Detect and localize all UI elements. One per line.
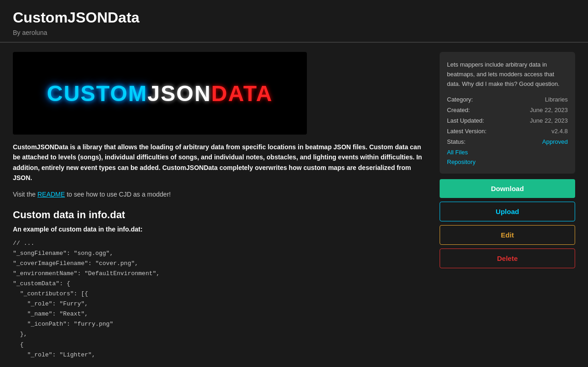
version-value: v2.4.8 <box>552 128 568 135</box>
updated-row: Last Updated: June 22, 2023 <box>447 117 568 124</box>
status-label: Status: <box>447 138 465 145</box>
page-title: CustomJSONData <box>13 9 575 26</box>
all-files-link[interactable]: All Files <box>447 149 568 156</box>
info-box: Lets mappers include arbitrary data in b… <box>440 52 575 174</box>
repository-link[interactable]: Repository <box>447 158 568 165</box>
created-value: June 22, 2023 <box>530 107 568 113</box>
mod-image: CUSTOMJSONDATA <box>13 52 307 135</box>
readme-prefix: Visit the <box>13 191 37 198</box>
image-text-data: DATA <box>211 81 273 106</box>
left-panel: CUSTOMJSONDATA CustomJSONData is a libra… <box>13 52 429 360</box>
edit-button[interactable]: Edit <box>440 225 575 245</box>
readme-link[interactable]: README <box>37 191 65 198</box>
updated-label: Last Updated: <box>447 117 484 124</box>
section-subtitle: An example of custom data in the info.da… <box>13 226 429 233</box>
image-text-custom: CUSTOM <box>47 81 147 106</box>
mod-image-title: CUSTOMJSONDATA <box>47 81 273 106</box>
upload-button[interactable]: Upload <box>440 202 575 221</box>
page-author: By aeroluna <box>13 29 575 36</box>
updated-value: June 22, 2023 <box>530 117 568 124</box>
version-row: Latest Version: v2.4.8 <box>447 128 568 135</box>
readme-suffix: to see how to use CJD as a modder! <box>65 191 170 198</box>
download-button[interactable]: Download <box>440 179 575 198</box>
right-panel: Lets mappers include arbitrary data in b… <box>440 52 575 360</box>
status-value[interactable]: Approved <box>542 138 568 145</box>
code-block: // ... "_songFilename": "song.ogg", "_co… <box>13 238 429 360</box>
category-value: Libraries <box>545 96 568 103</box>
mod-description: CustomJSONData is a library that allows … <box>13 142 429 183</box>
readme-line: Visit the README to see how to use CJD a… <box>13 191 429 198</box>
delete-button[interactable]: Delete <box>440 248 575 268</box>
created-label: Created: <box>447 107 470 113</box>
created-row: Created: June 22, 2023 <box>447 107 568 113</box>
mod-sidebar-description: Lets mappers include arbitrary data in b… <box>447 60 568 89</box>
image-text-json: JSON <box>147 81 211 106</box>
version-label: Latest Version: <box>447 128 486 135</box>
section-title: Custom data in info.dat <box>13 209 429 221</box>
status-row: Status: Approved <box>447 138 568 145</box>
page-header: CustomJSONData By aeroluna <box>0 0 588 42</box>
category-row: Category: Libraries <box>447 96 568 103</box>
main-content: CUSTOMJSONDATA CustomJSONData is a libra… <box>0 43 588 367</box>
category-label: Category: <box>447 96 473 103</box>
